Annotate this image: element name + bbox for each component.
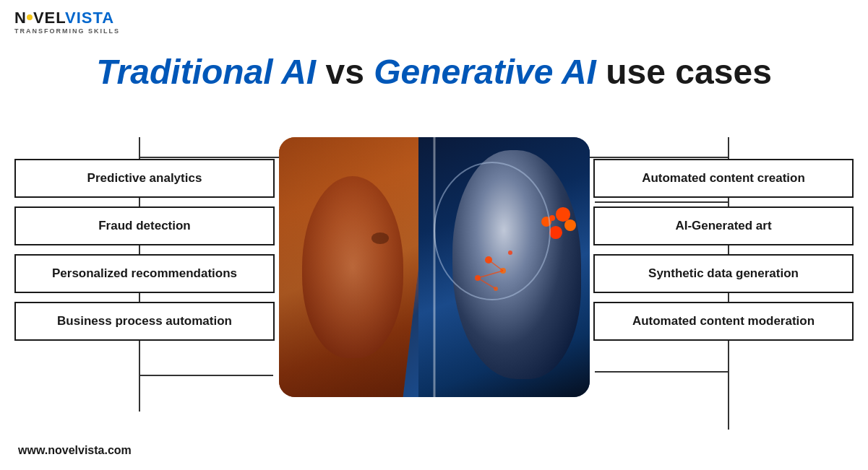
box-automated-content-moderation: Automated content moderation [593,302,854,341]
logo-area: NVELVISTA TRANSFORMING SKILLS [14,10,120,35]
box-automated-content-creation: Automated content creation [593,159,854,198]
logo-dot [27,14,33,20]
logo-vista: VISTA [65,9,114,27]
box-fraud-detection: Fraud detection [14,206,275,245]
box-ai-generated-art: AI-Generated art [593,206,854,245]
human-face [279,137,434,397]
logo-text: NVELVISTA [14,10,114,26]
box-business-process-automation: Business process automation [14,302,275,341]
footer-url: www.novelvista.com [18,444,132,457]
left-boxes: Predictive analytics Fraud detection Per… [14,159,275,341]
box-synthetic-data-generation: Synthetic data generation [593,254,854,293]
title-generative: Generative AI [374,53,596,91]
right-boxes: Automated content creation AI-Generated … [593,159,854,341]
main-title: Traditional AI vs Generative AI use case… [0,52,868,92]
title-use-cases: use cases [606,53,772,91]
image-divider [433,137,435,397]
title-traditional: Traditional AI [96,53,316,91]
box-personalized-recommendations: Personalized recommendations [14,254,275,293]
logo-tagline: TRANSFORMING SKILLS [14,27,120,35]
logo-novel: NVEL [14,9,65,27]
robot-face [418,137,590,397]
box-predictive-analytics: Predictive analytics [14,159,275,198]
center-image [279,137,590,397]
title-vs: vs [326,53,374,91]
